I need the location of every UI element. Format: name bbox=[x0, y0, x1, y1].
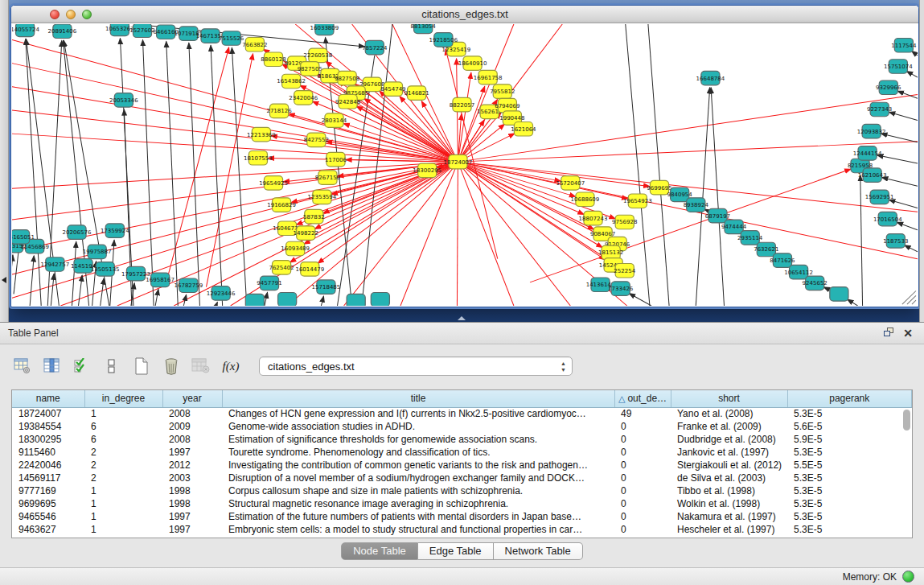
graph-node[interactable]: 2803144 bbox=[322, 113, 347, 127]
new-column-button[interactable] bbox=[130, 355, 153, 377]
graph-node[interactable]: 8860128 bbox=[261, 52, 285, 67]
tab-network-table[interactable]: Network Table bbox=[494, 542, 583, 560]
graph-node[interactable]: 20206576 bbox=[63, 225, 92, 240]
table-row[interactable]: 969969511998Structural magnetic resonanc… bbox=[12, 497, 912, 510]
graph-node[interactable]: 12093832 bbox=[857, 124, 886, 138]
graph-node[interactable]: 1621064 bbox=[511, 122, 536, 137]
graph-node[interactable]: 18807243 bbox=[579, 211, 608, 225]
graph-node[interactable]: 9827508 bbox=[335, 71, 359, 85]
table-selector-dropdown[interactable]: citations_edges.txt ▲▼ bbox=[259, 356, 573, 376]
table-row[interactable]: 1938455462009Genome-wide association stu… bbox=[12, 420, 912, 433]
select-rows-button[interactable] bbox=[71, 355, 93, 377]
table-row[interactable]: 977716911998Corpus callosum shape and si… bbox=[12, 484, 912, 497]
table-row[interactable]: 1872400712008Changes of HCN gene express… bbox=[12, 407, 912, 420]
graph-node[interactable]: 9329966 bbox=[876, 80, 901, 95]
graph-node[interactable]: 12213369 bbox=[247, 127, 276, 142]
column-header-name[interactable]: name bbox=[12, 390, 84, 407]
graph-node[interactable]: 1117544 bbox=[891, 39, 916, 53]
graph-node[interactable]: 2718126 bbox=[266, 104, 291, 118]
graph-node[interactable]: 16648784 bbox=[696, 71, 725, 85]
graph-node[interactable]: 8822057 bbox=[450, 97, 474, 112]
tab-node-table[interactable]: Node Table bbox=[341, 542, 418, 560]
graph-node[interactable]: 9242848 bbox=[335, 95, 360, 109]
graph-node[interactable]: 19166829 bbox=[267, 198, 296, 212]
graph-node[interactable]: 16033809 bbox=[310, 24, 339, 35]
graph-node[interactable]: 8938924 bbox=[684, 198, 708, 212]
graph-node[interactable]: 15718485 bbox=[312, 280, 341, 295]
graph-node[interactable]: 1815132 bbox=[598, 245, 623, 260]
graph-node[interactable]: 17359924 bbox=[101, 224, 129, 237]
graph-node[interactable]: 7625402 bbox=[269, 261, 294, 275]
table-row[interactable]: 946362711997Embryonic stem cells: a mode… bbox=[12, 523, 912, 536]
graph-node[interactable]: 12923446 bbox=[207, 286, 236, 301]
network-canvas[interactable]: 1872400718300295766382288601288912954222… bbox=[12, 24, 918, 306]
attribute-table[interactable]: namein_degreeyeartitle△out_de…shortpager… bbox=[11, 389, 913, 538]
graph-node[interactable]: 18107553 bbox=[244, 151, 273, 166]
splitter-handle[interactable] bbox=[458, 316, 466, 320]
table-scrollbar[interactable] bbox=[903, 410, 910, 530]
graph-node[interactable] bbox=[278, 292, 297, 306]
column-header-in_degree[interactable]: in_degree bbox=[84, 390, 162, 407]
column-header-short[interactable]: short bbox=[671, 390, 787, 407]
network-window[interactable]: citations_edges.txt 18724007183002957663… bbox=[10, 5, 919, 307]
graph-node[interactable]: 117006 bbox=[325, 152, 347, 167]
function-builder-button[interactable]: f(x) bbox=[220, 355, 242, 377]
graph-node[interactable]: 1527602 bbox=[129, 24, 154, 38]
graph-node[interactable]: 15751074 bbox=[884, 60, 913, 74]
graph-node[interactable]: 7663822 bbox=[242, 38, 267, 52]
graph-node[interactable]: 1498222 bbox=[294, 226, 318, 241]
row-height-button[interactable] bbox=[101, 355, 123, 377]
graph-node[interactable]: 8454749 bbox=[380, 82, 405, 97]
graph-node[interactable]: 12942757 bbox=[40, 257, 69, 272]
graph-node[interactable]: 8813054 bbox=[411, 24, 436, 34]
graph-node[interactable]: 23420046 bbox=[289, 91, 318, 105]
table-mode-button[interactable] bbox=[11, 355, 34, 377]
graph-node[interactable]: 7515526 bbox=[219, 31, 244, 46]
table-row[interactable]: 1830029562008Estimation of significance … bbox=[12, 433, 912, 446]
graph-node[interactable]: 9146821 bbox=[404, 86, 429, 101]
column-header-out_de[interactable]: △out_de… bbox=[614, 390, 671, 407]
graph-node[interactable]: 17016504 bbox=[873, 212, 902, 226]
graph-node[interactable]: 9245652 bbox=[803, 276, 827, 290]
table-row[interactable]: 1456911722003Disruption of a novel membe… bbox=[12, 472, 912, 484]
graph-node[interactable]: 7955812 bbox=[490, 84, 515, 99]
collapsed-control-panel[interactable] bbox=[0, 0, 9, 322]
graph-node[interactable]: 12444154 bbox=[853, 146, 882, 161]
graph-node[interactable]: 9227343 bbox=[867, 102, 892, 117]
graph-node[interactable]: 20891406 bbox=[48, 24, 77, 39]
graph-node[interactable]: 15692951 bbox=[865, 190, 894, 204]
show-columns-button[interactable] bbox=[41, 355, 64, 377]
graph-node[interactable]: 16961758 bbox=[474, 70, 503, 84]
graph-node[interactable] bbox=[347, 294, 365, 306]
close-panel-button[interactable]: ✕ bbox=[900, 326, 916, 340]
delete-table-button[interactable] bbox=[190, 355, 212, 377]
column-header-year[interactable]: year bbox=[162, 390, 222, 407]
graph-node[interactable]: 12353594 bbox=[308, 190, 337, 204]
graph-node[interactable]: 19654925 bbox=[259, 176, 288, 191]
table-row[interactable]: 2242004622012Investigating the contribut… bbox=[12, 459, 912, 472]
graph-node[interactable]: 14055724 bbox=[12, 24, 39, 37]
graph-node[interactable]: 252254 bbox=[614, 264, 635, 278]
window-resize-grip[interactable] bbox=[902, 291, 916, 305]
graph-node[interactable]: 1733426 bbox=[608, 282, 633, 296]
tab-edge-table[interactable]: Edge Table bbox=[418, 542, 494, 560]
memory-status-light[interactable] bbox=[902, 571, 914, 583]
panel-collapse-arrow-icon[interactable] bbox=[2, 277, 6, 283]
graph-node[interactable]: 18640910 bbox=[458, 56, 487, 71]
table-row[interactable]: 946554611997Estimation of the future num… bbox=[12, 510, 912, 523]
graph-node[interactable] bbox=[371, 292, 389, 306]
delete-column-button[interactable] bbox=[160, 355, 183, 377]
graph-node[interactable]: 8267150 bbox=[315, 171, 340, 185]
column-header-pagerank[interactable]: pagerank bbox=[787, 390, 912, 407]
graph-node[interactable] bbox=[245, 294, 264, 306]
graph-node[interactable]: 19654923 bbox=[623, 194, 652, 208]
graph-node[interactable]: 9756928 bbox=[612, 215, 637, 229]
graph-node[interactable]: 19975887 bbox=[83, 245, 112, 259]
graph-node[interactable]: 20053346 bbox=[109, 93, 138, 108]
graph-node[interactable]: 9457791 bbox=[257, 276, 281, 290]
float-panel-button[interactable] bbox=[881, 326, 897, 340]
column-header-title[interactable]: title bbox=[222, 390, 614, 407]
graph-node[interactable]: 8427552 bbox=[304, 133, 329, 147]
network-window-titlebar[interactable]: citations_edges.txt bbox=[11, 6, 918, 23]
graph-node[interactable] bbox=[830, 287, 848, 302]
